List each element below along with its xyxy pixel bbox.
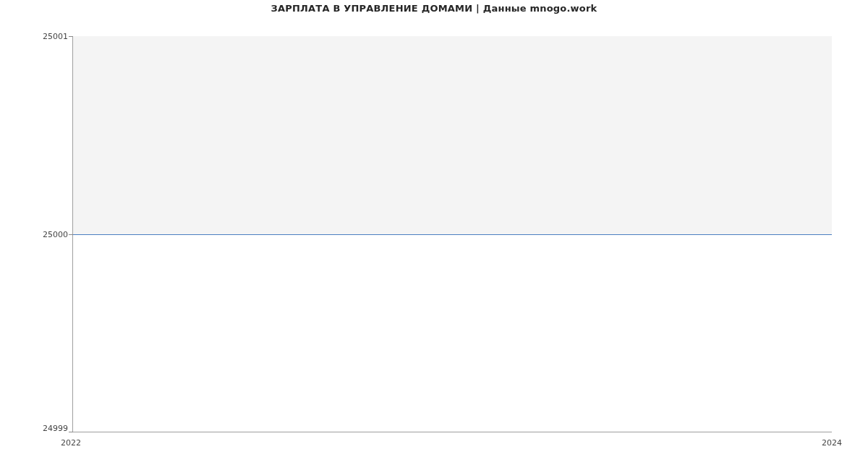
plot-band-upper	[73, 36, 832, 234]
x-tick-label: 2022	[61, 438, 81, 448]
y-tick	[69, 36, 73, 37]
y-tick-label: 25000	[25, 230, 68, 239]
y-tick	[69, 234, 73, 235]
chart-title: ЗАРПЛАТА В УПРАВЛЕНИЕ ДОМАМИ | Данные mn…	[0, 3, 868, 14]
y-tick-label: 24999	[25, 424, 68, 433]
y-tick-label: 25001	[25, 32, 68, 41]
x-tick-label: 2024	[822, 438, 842, 448]
data-line	[73, 234, 832, 235]
y-tick	[69, 432, 73, 432]
chart-container: ЗАРПЛАТА В УПРАВЛЕНИЕ ДОМАМИ | Данные mn…	[0, 0, 868, 470]
plot-area	[72, 36, 832, 432]
plot-band-lower	[73, 234, 832, 432]
